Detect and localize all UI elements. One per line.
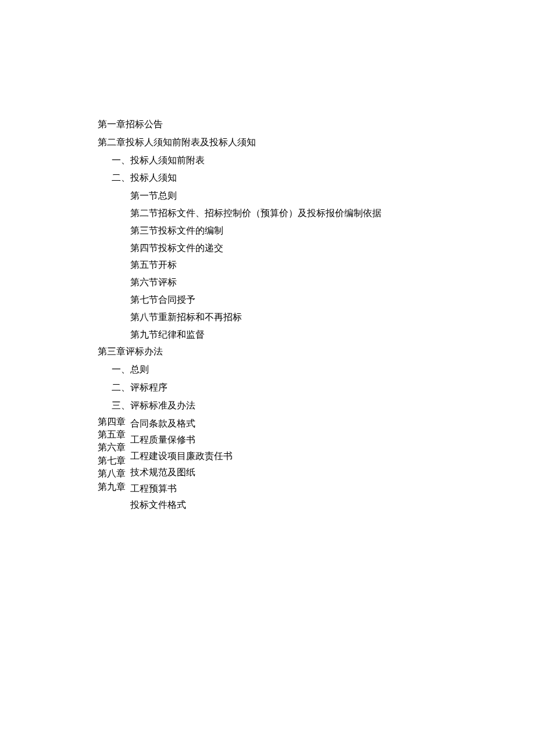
toc-chapter-2-section-5: 第五节开标 [98,257,535,274]
toc-chapter-labels-column: 第四章 第五章 第六章 第七章 第八章 第九章 [98,415,126,493]
toc-chapter-titles-column: 合同条款及格式 工程质量保修书 工程建设项目廉政责任书 技术规范及图纸 工程预算… [130,415,233,513]
toc-chapter-6-label: 第六章 [98,441,126,454]
toc-chapter-3-sub-3: 三、评标标准及办法 [98,397,535,414]
toc-chapter-2-sub-2: 二、投标人须知 [98,170,535,187]
toc-chapter-2-section-6: 第六节评标 [98,274,535,291]
toc-chapter-1: 第一章招标公告 [98,116,535,133]
toc-chapter-2-section-9: 第九节纪律和监督 [98,327,535,343]
toc-chapter-2-section-7: 第七节合同授予 [98,292,535,309]
toc-chapter-2-section-3: 第三节投标文件的编制 [98,223,535,239]
toc-chapter-2-section-2: 第二节招标文件、招标控制价（预算价）及投标报价编制依据 [98,205,535,222]
toc-chapter-4-label: 第四章 [98,415,126,428]
toc-chapter-5-label: 第五章 [98,428,126,441]
toc-chapter-8-title: 工程预算书 [130,481,233,497]
table-of-contents: 第一章招标公告 第二章投标人须知前附表及投标人须知 一、投标人须知前附表 二、投… [98,116,535,513]
toc-chapter-9-label: 第九章 [98,481,126,493]
toc-chapter-7-title: 技术规范及图纸 [130,464,233,481]
toc-chapter-5-title: 工程质量保修书 [130,432,233,448]
toc-chapter-2-section-8: 第八节重新招标和不再招标 [98,309,535,326]
toc-chapter-3-sub-2: 二、评标程序 [98,379,535,396]
toc-chapter-2-section-4: 第四节投标文件的递交 [98,240,535,257]
toc-chapter-8-label: 第八章 [98,467,126,480]
toc-chapter-3-sub-1: 一、总则 [98,361,535,378]
toc-chapter-4-title: 合同条款及格式 [130,415,233,432]
toc-chapter-2-section-1: 第一节总则 [98,188,535,205]
toc-chapter-2-sub-1: 一、投标人须知前附表 [98,152,535,169]
toc-chapters-4-to-9: 第四章 第五章 第六章 第七章 第八章 第九章 合同条款及格式 工程质量保修书 … [98,415,535,513]
toc-chapter-3: 第三章评标办法 [98,343,535,360]
toc-chapter-6-title: 工程建设项目廉政责任书 [130,448,233,464]
toc-chapter-9-title: 投标文件格式 [130,497,233,513]
toc-chapter-2: 第二章投标人须知前附表及投标人须知 [98,134,535,151]
toc-chapter-7-label: 第七章 [98,454,126,467]
